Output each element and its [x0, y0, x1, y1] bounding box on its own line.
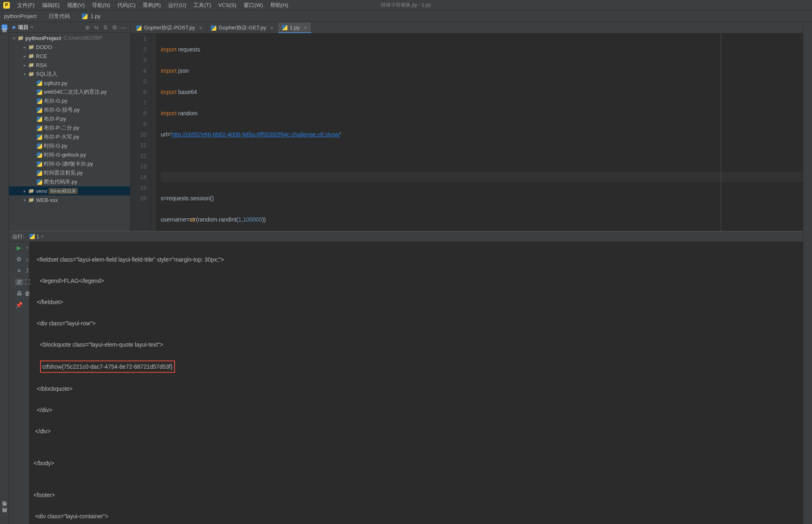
crumb-separator: 〉 — [40, 13, 45, 20]
navigation-bar: pythonProject 〉 日常代码 〉 1.py — [0, 11, 812, 22]
project-tool-tab[interactable]: 项目 — [0, 33, 9, 40]
close-tab-icon[interactable]: × — [270, 25, 274, 31]
python-file-icon — [37, 107, 42, 113]
tree-file[interactable]: 布尔-P-大写.py — [9, 132, 130, 141]
python-file-icon — [82, 13, 87, 19]
python-file-icon — [136, 25, 141, 31]
soft-wrap-icon[interactable]: ⇵ — [15, 279, 23, 285]
locate-icon[interactable]: ⊕ — [84, 24, 91, 31]
python-file-icon — [37, 161, 42, 167]
menu-file[interactable]: 文件(F) — [14, 0, 38, 10]
ide-logo: P — [3, 2, 10, 9]
tree-folder[interactable]: DODO — [9, 43, 130, 52]
left-tool-window-bar: 项目 书签 结构 — [0, 22, 9, 524]
tree-folder[interactable]: RSA — [9, 60, 130, 69]
menu-refactor[interactable]: 重构(R) — [139, 0, 164, 10]
tree-file[interactable]: sqlfuzz.py — [9, 78, 130, 87]
editor-panel: Gopher协议-POST.py× Gopher协议-GET.py× 1.py×… — [130, 22, 803, 231]
tree-folder[interactable]: RCE — [9, 52, 130, 60]
tree-file[interactable]: 布尔-G.py — [9, 96, 130, 105]
python-file-icon — [37, 134, 42, 140]
tree-file[interactable]: 布尔-G-括号.py — [9, 105, 130, 114]
folder-icon — [17, 35, 24, 41]
python-file-icon — [37, 116, 42, 122]
folder-icon — [28, 197, 34, 203]
console-output[interactable]: <fieldset class="layui-elem-field layui-… — [29, 242, 803, 524]
menu-help[interactable]: 帮助(H) — [267, 0, 292, 10]
rerun-icon[interactable]: ▶ — [15, 244, 23, 251]
line-number-gutter: 1234 5678 9101112 13141516 — [130, 34, 151, 231]
folder-icon — [28, 188, 34, 194]
project-view-dropdown[interactable]: ▾ — [31, 25, 33, 29]
tree-file[interactable]: 时间盲注初见.py — [9, 168, 130, 177]
python-file-icon — [37, 143, 42, 149]
python-file-icon — [37, 152, 42, 158]
project-tool-icon[interactable] — [2, 25, 7, 30]
run-panel-header: 运行: 1 × — [9, 231, 803, 242]
folder-icon — [28, 62, 34, 68]
tree-file[interactable]: 时间-G-滤if笛卡尔.py — [9, 159, 130, 168]
python-file-icon — [37, 170, 42, 176]
tree-file[interactable]: 布尔-P-二分.py — [9, 123, 130, 132]
menu-window[interactable]: 窗口(W) — [240, 0, 266, 10]
menu-code[interactable]: 代码(C) — [114, 0, 139, 10]
close-tab-icon[interactable]: × — [199, 25, 202, 31]
close-tab-icon[interactable]: × — [41, 233, 44, 240]
python-file-icon — [211, 25, 216, 31]
tree-folder[interactable]: SQL注入 — [9, 69, 130, 78]
code-editor[interactable]: 1234 5678 9101112 13141516 import reques… — [130, 34, 803, 231]
menu-edit[interactable]: 编辑(E) — [39, 0, 63, 10]
folder-icon — [28, 71, 34, 77]
code-content[interactable]: import requests import json import base6… — [157, 34, 803, 231]
structure-tool-tab[interactable]: 结构 — [0, 513, 9, 520]
tree-file[interactable]: web540二次注入的盲注.py — [9, 87, 130, 96]
project-tree[interactable]: pythonProject C:\Users\86159\P DODO RCE … — [9, 33, 130, 231]
pin-icon[interactable]: 📌 — [15, 302, 23, 308]
editor-tab-active[interactable]: 1.py× — [278, 22, 312, 33]
stop-icon[interactable]: ⚙ — [15, 256, 23, 262]
menu-navigate[interactable]: 导航(N) — [89, 0, 113, 10]
python-file-icon — [37, 125, 42, 131]
tree-root[interactable]: pythonProject C:\Users\86159\P — [9, 34, 130, 43]
python-file-icon — [37, 90, 42, 95]
crumb-project[interactable]: pythonProject — [4, 13, 37, 19]
folder-icon — [28, 44, 34, 50]
fold-gutter[interactable] — [151, 34, 157, 231]
tree-file[interactable]: 时间-G-getlock.py — [9, 150, 130, 159]
python-file-icon — [37, 99, 42, 104]
gear-icon[interactable]: ⚙ — [111, 24, 118, 31]
expand-all-icon[interactable]: ⇆ — [93, 24, 100, 31]
run-label: 运行: — [12, 233, 25, 240]
current-line — [161, 172, 803, 182]
menu-vcs[interactable]: VCS(S) — [215, 1, 240, 9]
run-config-tab[interactable]: 1 × — [27, 233, 47, 240]
python-file-icon — [37, 179, 42, 185]
highlighted-flag: ctfshow{75c221c0-dac7-4754-8e72-68721d57… — [40, 361, 175, 373]
editor-tab[interactable]: Gopher协议-GET.py× — [207, 22, 278, 33]
window-title: 特殊字符替换.py - 1.py — [381, 2, 431, 9]
crumb-folder[interactable]: 日常代码 — [49, 13, 70, 20]
bookmarks-tool-tab[interactable]: 书签 — [0, 507, 9, 513]
print-icon[interactable]: 🖶 — [15, 290, 23, 297]
tree-file[interactable]: 时间-G.py — [9, 141, 130, 150]
collapse-all-icon[interactable]: ⇅ — [102, 24, 109, 31]
editor-tab[interactable]: Gopher协议-POST.py× — [132, 22, 207, 33]
library-root-badge: library根目录 — [49, 188, 78, 194]
menu-run[interactable]: 运行(U) — [165, 0, 189, 10]
python-file-icon — [37, 81, 42, 86]
tree-folder-venv[interactable]: venvlibrary根目录 — [9, 186, 130, 195]
menu-tools[interactable]: 工具(T) — [190, 0, 214, 10]
crumb-file[interactable]: 1.py — [91, 13, 101, 19]
tree-folder[interactable]: WEB-xxx — [9, 195, 130, 204]
project-tool-window: ■ 项目 ▾ ⊕ ⇆ ⇅ ⚙ — pythonProject C:\Users\… — [9, 22, 130, 231]
tree-file[interactable]: 布尔-P.py — [9, 114, 130, 123]
menu-view[interactable]: 视图(V) — [64, 0, 88, 10]
run-tool-window: 运行: 1 × ▶ ⚙ ≡ ⇵ 🖶 📌 — [9, 231, 803, 524]
hide-icon[interactable]: — — [120, 24, 127, 31]
layout-icon[interactable]: ≡ — [15, 267, 23, 274]
main-menu-bar: P 文件(F) 编辑(E) 视图(V) 导航(N) 代码(C) 重构(R) 运行… — [0, 0, 812, 11]
close-tab-icon[interactable]: × — [304, 25, 307, 31]
crumb-separator: 〉 — [73, 13, 79, 20]
run-toolbar: ▶ ⚙ ≡ ⇵ 🖶 📌 ↑ ↓ ⤴ ⛶ 🗑 — [9, 242, 29, 524]
tree-file[interactable]: 爬虫代码库.py — [9, 177, 130, 186]
